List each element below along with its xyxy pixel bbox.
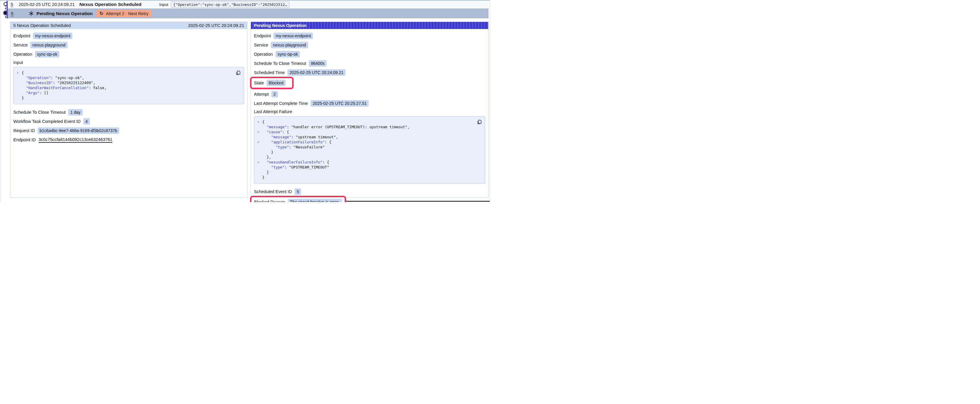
pending-panel-header: Pending Nexus Operation xyxy=(251,22,488,29)
pending-operation-panel: Pending Nexus Operation Endpoint my-nexu… xyxy=(251,22,488,198)
field-value-pill: b1c6a4bc-8ee7-468a-9169-df3b02c8737b xyxy=(38,127,119,134)
code-line: } xyxy=(257,175,482,180)
field-scheduled-time: Scheduled Time 2025-02-25 UTC 20:24:09.2… xyxy=(254,69,485,76)
field-label: State xyxy=(254,81,264,85)
collapse-chevron-icon[interactable]: ∨ xyxy=(257,119,262,124)
annotation-highlight-state: State Blocked xyxy=(250,77,294,89)
attempt-retry-badge-label: Attempt 2 · Next Retry xyxy=(106,11,148,16)
pending-panel-title: Pending Nexus Operation xyxy=(254,23,306,28)
code-text: "Operation": "sync-op-ok", xyxy=(22,75,84,80)
field-endpoint-id: Endpoint ID 3c0c75ccfa8144b092c13ce63246… xyxy=(13,136,244,143)
code-gutter xyxy=(257,155,262,160)
field-label: Endpoint xyxy=(254,33,271,38)
event-row-scheduled[interactable]: 5 2025-02-25 UTC 20:24:09.21 Nexus Opera… xyxy=(8,1,488,9)
event-input-preview: {"Operation":"sync-op-ok","BusinessID":"… xyxy=(171,2,290,8)
code-text: "Args": [] xyxy=(22,90,48,95)
input-section-label: Input xyxy=(13,60,244,65)
event-detail-area: 5 Nexus Operation Scheduled 2025-02-25 U… xyxy=(10,22,488,198)
code-gutter xyxy=(257,175,262,180)
field-label: Schedule To Close Timeout xyxy=(13,110,65,115)
code-gutter xyxy=(257,165,262,170)
field-label: Endpoint ID xyxy=(13,138,36,142)
copy-icon[interactable] xyxy=(477,119,482,125)
code-text: "cause": { xyxy=(262,130,289,135)
field-label: Request ID xyxy=(13,128,35,133)
event-id-link[interactable]: 5 xyxy=(11,2,13,7)
code-text: "nexusHandlerFailureInfo": { xyxy=(262,160,329,165)
event-timeline xyxy=(0,1,7,19)
code-line: "message": "handler error (UPSTREAM_TIME… xyxy=(257,124,482,130)
asterisk-icon xyxy=(29,11,34,16)
field-value-pill: 2025-02-25 UTC 20:24:09.21 xyxy=(287,69,345,76)
field-endpoint: Endpoint my-nexus-endpoint xyxy=(254,33,485,39)
input-json-viewer: ∨{ "Operation": "sync-op-ok", "BusinessI… xyxy=(13,67,244,104)
field-label: Service xyxy=(13,43,28,48)
state-value-pill: Blocked xyxy=(267,80,286,86)
code-gutter xyxy=(257,124,262,130)
code-gutter xyxy=(257,135,262,139)
event-id-link[interactable]: 5 xyxy=(11,11,13,16)
code-line: "Args": [] xyxy=(17,90,241,95)
field-value-pill: my-nexus-endpoint xyxy=(33,33,72,39)
collapse-chevron-icon[interactable]: ∨ xyxy=(17,70,22,75)
field-value-pill: 2025-02-25 UTC 20:25:27.51 xyxy=(310,100,369,107)
code-line: }, xyxy=(257,155,482,160)
field-value-pill: 2 xyxy=(271,91,278,97)
field-service: Service nexus-playground xyxy=(13,42,244,48)
pending-panel-body: Endpoint my-nexus-endpoint Service nexus… xyxy=(251,29,488,202)
code-gutter xyxy=(257,144,262,150)
field-value-pill: nexus-playground xyxy=(271,42,308,48)
field-value-pill: 1 day xyxy=(68,109,83,116)
scheduled-event-panel: 5 Nexus Operation Scheduled 2025-02-25 U… xyxy=(10,22,247,198)
code-text: "message": "handler error (UPSTREAM_TIME… xyxy=(262,124,410,130)
field-label: Scheduled Time xyxy=(254,70,285,75)
field-endpoint: Endpoint my-nexus-endpoint xyxy=(13,33,244,39)
code-text: "HandlerWaitForCancellation": false, xyxy=(22,85,107,90)
field-label: Service xyxy=(254,43,268,48)
code-line: "message": "upstream timeout", xyxy=(257,135,482,139)
code-gutter xyxy=(17,90,22,95)
code-gutter xyxy=(17,85,22,90)
event-title: Nexus Operation Scheduled xyxy=(80,2,142,7)
collapse-chevron-icon[interactable]: ∨ xyxy=(257,160,262,165)
code-line: ∨ "nexusHandlerFailureInfo": { xyxy=(257,160,482,165)
scheduled-panel-body: Endpoint my-nexus-endpoint Service nexus… xyxy=(10,29,247,143)
field-schedule-to-close-timeout: Schedule To Close Timeout 86400s xyxy=(254,60,485,67)
code-text: } xyxy=(262,170,269,175)
code-text: "type": "NexusFailure" xyxy=(262,144,325,150)
field-value-pill: sync-op-ok xyxy=(275,51,300,57)
field-value-pill: 5 xyxy=(294,189,301,195)
code-line: ∨ "cause": { xyxy=(257,130,482,135)
event-history-rows: 5 2025-02-25 UTC 20:24:09.21 Nexus Opera… xyxy=(8,1,488,18)
endpoint-id-link[interactable]: 3c0c75ccfa8144b092c13ce632463761 xyxy=(38,137,112,143)
field-value-pill: nexus-playground xyxy=(30,42,67,48)
code-text: "BusinessID": "20250225122409", xyxy=(22,80,95,85)
timeline-selection-bar xyxy=(6,1,8,18)
code-text: { xyxy=(22,70,24,75)
code-line: } xyxy=(257,150,482,155)
retry-icon: ↻ xyxy=(100,11,103,16)
copy-icon[interactable] xyxy=(235,70,241,76)
code-gutter xyxy=(17,95,22,100)
code-line: ∨{ xyxy=(257,119,482,124)
event-row-pending[interactable]: 5 Pending Nexus Operation ↻ Attempt 2 · … xyxy=(8,9,488,18)
scheduled-panel-header: 5 Nexus Operation Scheduled 2025-02-25 U… xyxy=(10,22,247,29)
field-value-pill: 86400s xyxy=(309,60,326,67)
code-line: "type": "NexusFailure" xyxy=(257,144,482,150)
code-line: ∨{ xyxy=(17,70,241,75)
code-gutter xyxy=(17,75,22,80)
field-request-id: Request ID b1c6a4bc-8ee7-468a-9169-df3b0… xyxy=(13,127,244,134)
collapse-chevron-icon[interactable]: ∨ xyxy=(257,130,262,135)
field-workflow-task-completed-event-id: Workflow Task Completed Event ID 4 xyxy=(13,118,244,125)
pending-operation-title: Pending Nexus Operation xyxy=(37,11,92,16)
attempt-retry-badge: ↻ Attempt 2 · Next Retry xyxy=(96,10,152,17)
collapse-chevron-icon[interactable]: ∨ xyxy=(257,139,262,144)
field-schedule-to-close-timeout: Schedule To Close Timeout 1 day xyxy=(13,109,244,116)
code-line: } xyxy=(257,170,482,175)
field-value-pill: sync-op-ok xyxy=(35,51,59,57)
code-gutter xyxy=(17,80,22,85)
field-service: Service nexus-playground xyxy=(254,42,485,48)
field-state: State Blocked xyxy=(254,79,485,88)
code-text: } xyxy=(22,95,24,100)
code-text: "type": "UPSTREAM_TIMEOUT" xyxy=(262,165,329,170)
